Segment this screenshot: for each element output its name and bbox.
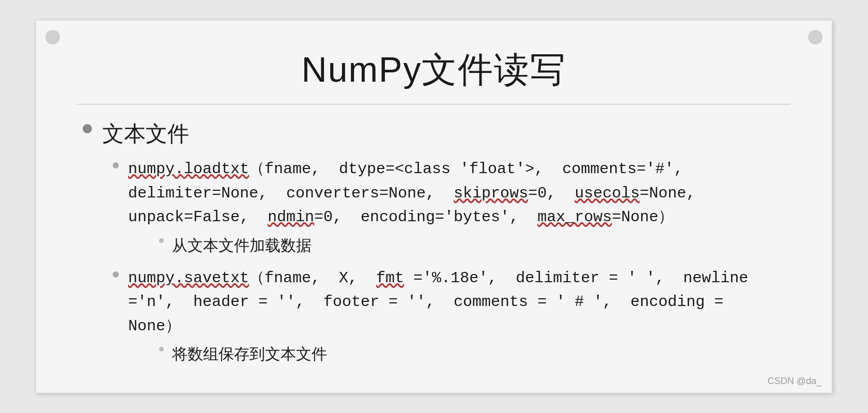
loadtxt-maxrows: max_rows bbox=[537, 208, 612, 226]
savetxt-fmt: fmt bbox=[376, 269, 404, 287]
section-text-files-label: 文本文件 bbox=[102, 120, 189, 148]
loadtxt-group: numpy.loadtxt（fname, dtype=<class 'float… bbox=[113, 157, 785, 257]
section-text-files: 文本文件 bbox=[83, 120, 785, 148]
bullet-l3-savetxt-desc bbox=[159, 347, 164, 351]
corner-decoration-tl bbox=[45, 30, 60, 44]
watermark: CSDN @da_ bbox=[768, 376, 822, 387]
savetxt-params-1: （fname, X, bbox=[249, 269, 376, 287]
savetxt-description: 将数组保存到文本文件 bbox=[172, 342, 327, 365]
savetxt-item: numpy.savetxt（fname, X, fmt ='%.18e', de… bbox=[113, 266, 785, 339]
title-divider bbox=[78, 104, 791, 104]
loadtxt-skiprows-val: =0, bbox=[528, 185, 575, 202]
savetxt-params-2: ='%.18e', delimiter = ' ', newline bbox=[404, 269, 748, 287]
savetxt-desc-group: 将数组保存到文本文件 bbox=[159, 342, 785, 365]
loadtxt-func: numpy.loadtxt bbox=[128, 160, 249, 178]
savetxt-code: numpy.savetxt（fname, X, fmt ='%.18e', de… bbox=[128, 266, 785, 339]
savetxt-desc: 将数组保存到文本文件 bbox=[159, 342, 785, 365]
savetxt-func: numpy.savetxt bbox=[128, 269, 249, 287]
corner-decoration-tr bbox=[808, 30, 823, 44]
savetxt-group: numpy.savetxt（fname, X, fmt ='%.18e', de… bbox=[113, 266, 785, 366]
loadtxt-params-2: delimiter=None, converters=None, bbox=[128, 185, 454, 202]
bullet-l3-loadtxt-desc bbox=[159, 238, 164, 243]
loadtxt-usecols-val: =None, bbox=[640, 185, 695, 202]
bullet-l1-text-files bbox=[83, 124, 92, 133]
loadtxt-code: numpy.loadtxt（fname, dtype=<class 'float… bbox=[128, 157, 695, 230]
loadtxt-maxrows-val: =None） bbox=[612, 208, 674, 226]
loadtxt-ndmin-val: =0, encoding='bytes', bbox=[314, 208, 537, 226]
slide-title: NumPy文件读写 bbox=[67, 47, 801, 94]
slide: NumPy文件读写 文本文件 numpy.loadtxt（fname, dtyp… bbox=[36, 21, 832, 393]
loadtxt-description: 从文本文件加载数据 bbox=[172, 234, 312, 257]
loadtxt-usecols: usecols bbox=[575, 185, 640, 202]
loadtxt-ndmin: ndmin bbox=[268, 208, 314, 226]
bullet-l2-loadtxt bbox=[113, 162, 119, 169]
loadtxt-skiprows: skiprows bbox=[454, 185, 528, 202]
loadtxt-desc: 从文本文件加载数据 bbox=[159, 234, 785, 257]
loadtxt-params-1: （fname, dtype=<class 'float'>, comments=… bbox=[249, 160, 683, 178]
loadtxt-desc-group: 从文本文件加载数据 bbox=[159, 234, 785, 257]
content-area: 文本文件 numpy.loadtxt（fname, dtype=<class '… bbox=[67, 120, 801, 366]
loadtxt-params-3: unpack=False, bbox=[128, 208, 268, 226]
bullet-l2-savetxt bbox=[113, 271, 119, 278]
savetxt-params-3: ='n', header = '', footer = '', comments… bbox=[128, 293, 723, 335]
loadtxt-item: numpy.loadtxt（fname, dtype=<class 'float… bbox=[113, 157, 785, 230]
